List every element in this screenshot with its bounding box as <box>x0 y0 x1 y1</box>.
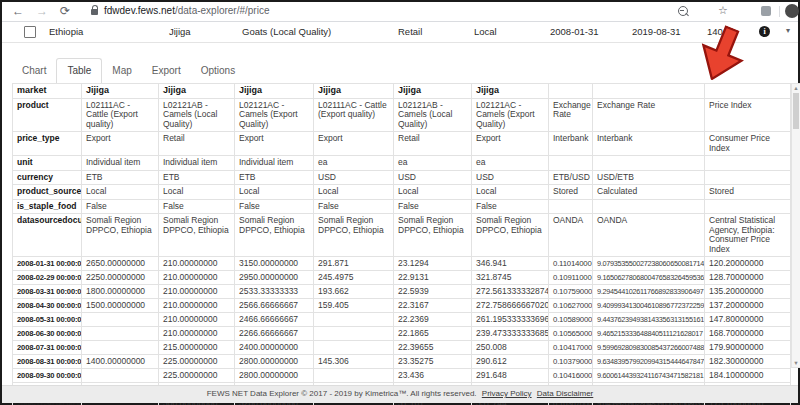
cell: 272.5613333328747 <box>472 285 549 299</box>
cell: 135.20000000 <box>705 285 791 299</box>
cell: 291.648 <box>472 369 549 383</box>
tab-table[interactable]: Table <box>56 58 102 84</box>
cell: 0.10759000 <box>549 285 593 299</box>
extension-icon[interactable] <box>761 6 771 16</box>
tab-options[interactable]: Options <box>191 59 245 83</box>
cell: 210.00000000 <box>159 257 235 271</box>
cell: Somali Region DPPCO, Ethiopia <box>159 214 235 257</box>
cell: 321.8745 <box>472 271 549 285</box>
cell: 1800.00000000 <box>82 285 159 299</box>
cell <box>705 156 791 171</box>
profile-avatar[interactable] <box>785 4 799 18</box>
cell: USD/ETB <box>593 170 705 185</box>
cell: 1500.00000000 <box>82 299 159 313</box>
cell <box>82 327 159 341</box>
scrollbar-thumb[interactable] <box>793 93 799 129</box>
cell: 147.80000000 <box>705 313 791 327</box>
cell: Retail <box>394 132 472 156</box>
cell: 225.00000000 <box>159 355 235 369</box>
cell: Stored <box>705 185 791 200</box>
scroll-up-icon[interactable]: ▲ <box>792 85 800 91</box>
tabs: ChartTableMapExportOptions <box>12 58 245 83</box>
zoom-icon[interactable] <box>678 6 688 16</box>
meta-row-product_source: product_sourceLocalLocalLocalLocalLocalL… <box>13 185 791 200</box>
cell: Consumer Price Index <box>705 132 791 156</box>
cell: False <box>472 199 549 214</box>
cell: 346.941 <box>472 257 549 271</box>
url-path: /data-explorer/#/price <box>175 5 270 16</box>
start-date-cell: 2008-01-31 <box>550 26 599 37</box>
cell: 9.079353550027238060650081714 <box>593 257 705 271</box>
info-icon[interactable]: i <box>759 26 770 37</box>
date-cell: 2008-02-29 00:00:00 <box>13 271 82 285</box>
bookmark-star-icon[interactable]: ☆ <box>718 4 728 17</box>
cell <box>314 369 394 383</box>
cell: 3150.00000000 <box>235 257 314 271</box>
cell: 225.00000000 <box>159 369 235 383</box>
cell: 272.7586666670208 <box>472 299 549 313</box>
cell: ea <box>394 156 472 171</box>
cell: False <box>314 199 394 214</box>
privacy-policy-link[interactable]: Privacy Policy <box>482 389 532 398</box>
row-label: datasourcedocument <box>13 214 82 257</box>
cell: 2800.00000000 <box>235 369 314 383</box>
date-cell: 2008-01-31 00:00:00 <box>13 257 82 271</box>
cell: 22.9131 <box>394 271 472 285</box>
cell: 0.11014000 <box>549 257 593 271</box>
cell <box>549 199 593 214</box>
market-cell: Jijiga <box>169 26 191 37</box>
chevron-down-icon[interactable]: ▾ <box>786 26 790 35</box>
row-checkbox[interactable] <box>24 26 36 38</box>
reload-icon[interactable]: ⟳ <box>60 3 70 19</box>
cell: 2400.00000000 <box>235 341 314 355</box>
table-header-row: marketJijigaJijigaJijigaJijigaJijigaJiji… <box>13 84 791 99</box>
cell: Local <box>82 185 159 200</box>
price-data-table: marketJijigaJijigaJijigaJijigaJijigaJiji… <box>12 83 791 405</box>
cell: 9.443762394938143356313155161 <box>593 313 705 327</box>
cell: ea <box>472 156 549 171</box>
cell: False <box>82 199 159 214</box>
cell: Price Index <box>705 98 791 132</box>
cell: ea <box>314 156 394 171</box>
secure-lock-icon[interactable] <box>91 9 98 15</box>
cell: Individual item <box>235 156 314 171</box>
cell: Somali Region DPPCO, Ethiopia <box>472 214 549 257</box>
meta-row-currency: currencyETBETBETBUSDUSDUSDETB/USDUSD/ETB <box>13 170 791 185</box>
meta-row-unit: unitIndividual itemIndividual itemIndivi… <box>13 156 791 171</box>
cell: Calculated <box>593 185 705 200</box>
date-cell: 2008-05-31 00:00:00 <box>13 313 82 327</box>
cell: 0.10379000 <box>549 355 593 369</box>
scroll-down-icon[interactable]: ▼ <box>792 360 800 366</box>
cell: L02121AB - Camels (Local Quality) <box>394 98 472 132</box>
table-scrollbar[interactable]: ▲ ▼ <box>791 83 800 368</box>
cell: Individual item <box>82 156 159 171</box>
cell: 193.662 <box>314 285 394 299</box>
tab-export[interactable]: Export <box>142 59 191 83</box>
row-label: is_staple_food <box>13 199 82 214</box>
cell: False <box>235 199 314 214</box>
row-label: currency <box>13 170 82 185</box>
browser-toolbar: ← → ⟳ fdwdev.fews.net/data-explorer/#/pr… <box>2 2 798 22</box>
cell <box>314 327 394 341</box>
cell: USD <box>314 170 394 185</box>
cell: 9.600614439324116743471582181 <box>593 369 705 383</box>
cell <box>593 156 705 171</box>
column-header: Jijiga <box>314 84 394 99</box>
cell: Somali Region DPPCO, Ethiopia <box>314 214 394 257</box>
back-icon[interactable]: ← <box>12 3 24 19</box>
table-wrap: marketJijigaJijigaJijigaJijigaJijigaJiji… <box>12 83 791 405</box>
cell: Exchange Rate <box>593 98 705 132</box>
tab-map[interactable]: Map <box>102 59 141 83</box>
cell: 9.165062780680047658326459536 <box>593 271 705 285</box>
address-bar[interactable]: fdwdev.fews.net/data-explorer/#/price <box>104 5 269 16</box>
forward-icon[interactable]: → <box>36 3 48 19</box>
cell: Exchange Rate <box>549 98 593 132</box>
data-disclaimer-link[interactable]: Data Disclaimer <box>537 389 593 398</box>
date-cell: 2008-03-31 00:00:00 <box>13 285 82 299</box>
tab-chart[interactable]: Chart <box>12 59 56 83</box>
selected-series-row: Ethiopia Jijiga Goats (Local Quality) Re… <box>2 22 798 43</box>
cell <box>82 313 159 327</box>
cell: False <box>159 199 235 214</box>
cell: L02121AB - Camels (Local Quality) <box>159 98 235 132</box>
cell: 261.1953333336963 <box>472 313 549 327</box>
